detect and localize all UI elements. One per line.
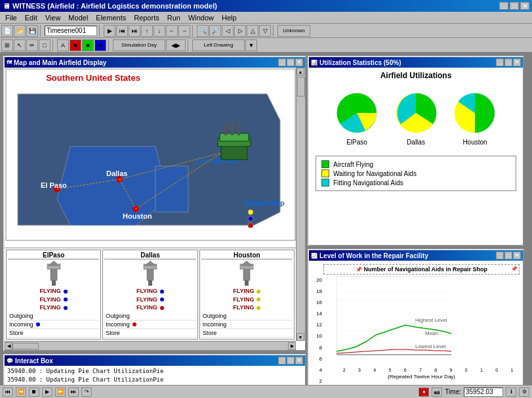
map-vscroll-up[interactable]: ▲ — [297, 68, 304, 76]
map-vscroll-thumb[interactable] — [297, 77, 305, 97]
map-hscroll-right[interactable]: ▶ — [288, 342, 296, 350]
grid-btn[interactable]: ⊞ — [1, 39, 13, 51]
status-info-btn2[interactable]: ⚙ — [519, 387, 529, 397]
map-minimize-btn[interactable]: _ — [278, 58, 286, 66]
status-info-btn1[interactable]: ℹ — [506, 387, 516, 397]
interact-icon: 💬 — [7, 358, 13, 364]
x-label: 0 — [465, 368, 468, 372]
level-close-btn[interactable]: ✕ — [513, 252, 521, 259]
tb-icon-7[interactable]: → — [178, 25, 190, 37]
map-vscroll[interactable]: ▲ ▼ — [296, 68, 305, 341]
pen-btn[interactable]: ✏ — [26, 39, 38, 51]
open-btn[interactable]: 📂 — [14, 25, 26, 37]
interact-log[interactable]: 35940.00 : Updating Pie Chart Utilizatio… — [5, 366, 305, 385]
map-hscroll[interactable]: ◀ ▶ — [5, 341, 296, 350]
util-minimize-btn[interactable]: _ — [496, 58, 504, 66]
map-hscroll-track — [12, 343, 288, 349]
menu-item-run[interactable]: Run — [163, 13, 184, 22]
util-maximize-btn[interactable]: □ — [504, 58, 512, 66]
drawing-arrow-btn[interactable]: ▼ — [245, 39, 257, 51]
status-stop-btn[interactable]: ⏹ — [29, 387, 39, 397]
svg-rect-10 — [220, 133, 249, 141]
flying-dot-1 — [160, 298, 164, 301]
map-hscroll-left[interactable]: ◀ — [5, 342, 12, 350]
menu-item-model[interactable]: Model — [64, 13, 92, 22]
interact-close-btn[interactable]: ✕ — [295, 357, 303, 365]
interact-window: 💬 Interact Box _ □ ✕ 35940.00 : Updating… — [3, 354, 306, 385]
arrow-r-btn[interactable]: ▷ — [234, 25, 246, 37]
interact-maximize-btn[interactable]: □ — [287, 357, 295, 365]
toolbar-1: 📄 📂 💾 Timeserie001 ▶ ⏮ ⏭ ↑ ↓ ← → 🔍 🔎 ◁ ▷… — [0, 24, 532, 38]
search2-btn[interactable]: 🔎 — [209, 25, 221, 37]
tb-icon-4[interactable]: ↑ — [141, 25, 153, 37]
util-title-bar[interactable]: 📊 Utilization Statistics (50%) _ □ ✕ — [309, 57, 523, 68]
pie-elpaso-label: ElPaso — [346, 139, 367, 146]
flying-row-0: FLYING — [104, 287, 195, 296]
box-btn[interactable]: □ — [39, 39, 51, 51]
tb-icon-2[interactable]: ⏮ — [116, 25, 128, 37]
status-cam-btn[interactable]: 📷 — [432, 387, 442, 397]
menu-item-help[interactable]: Help — [218, 13, 241, 22]
util-chart-title: Airfield Utilizations — [309, 68, 523, 83]
status-rec-btn[interactable]: ● — [419, 387, 429, 397]
arrow-u-btn[interactable]: △ — [247, 25, 258, 37]
map-title-bar[interactable]: 🗺 Map and Main Airfield Display _ □ ✕ — [5, 57, 305, 68]
color3-btn[interactable]: ■ — [94, 39, 106, 51]
svg-point-17 — [248, 223, 253, 228]
minimize-btn[interactable]: _ — [499, 2, 508, 10]
level-minimize-btn[interactable]: _ — [496, 252, 504, 259]
arrow-l-btn[interactable]: ◁ — [222, 25, 234, 37]
menu-item-file[interactable]: File — [1, 13, 21, 22]
util-close-btn[interactable]: ✕ — [513, 58, 521, 66]
level-title-bar[interactable]: 📈 Level of Work in the Repair Facility _… — [309, 250, 523, 261]
status-fwd-btn[interactable]: ⏭ — [68, 387, 79, 397]
time-value[interactable]: 35952.03 — [464, 387, 503, 397]
tb-icon-3[interactable]: ⏭ — [129, 25, 140, 37]
map-hscroll-thumb[interactable] — [12, 343, 39, 349]
unknown-label: Unknown — [277, 25, 310, 37]
color2-btn[interactable]: ■ — [82, 39, 94, 51]
sim-val-btn[interactable]: ◀▶ — [166, 39, 186, 51]
tb-icon-6[interactable]: ← — [166, 25, 178, 37]
interact-title-bar[interactable]: 💬 Interact Box _ □ ✕ — [5, 355, 305, 366]
maximize-btn[interactable]: □ — [510, 2, 519, 10]
tb-icon-1[interactable]: ▶ — [104, 25, 115, 37]
interact-minimize-btn[interactable]: _ — [278, 357, 286, 365]
cursor-btn[interactable]: ↖ — [14, 39, 26, 51]
legend-flying-box — [321, 160, 329, 168]
menu-item-window[interactable]: Window — [184, 13, 218, 22]
menu-item-view[interactable]: View — [41, 13, 65, 22]
level-maximize-btn[interactable]: □ — [504, 252, 512, 259]
sim-day-btn[interactable]: Simulation Day — [113, 39, 165, 51]
menu-item-reports[interactable]: Reports — [130, 13, 163, 22]
status-back-btn[interactable]: ⏮ — [3, 387, 13, 397]
repeated-label: (Repeated Twelve Hour Day) — [323, 374, 520, 380]
map-vscroll-down[interactable]: ▼ — [297, 333, 304, 341]
svg-marker-28 — [144, 261, 157, 266]
menu-item-edit[interactable]: Edit — [21, 13, 41, 22]
y-label: 12 — [309, 322, 322, 328]
menu-bar: FileEditViewModelElementsReportsRunWindo… — [0, 12, 532, 24]
timeseries-input[interactable]: Timeserie001 — [45, 26, 97, 36]
drawing-btn[interactable]: Left Drawing — [192, 39, 245, 51]
new-btn[interactable]: 📄 — [1, 25, 13, 37]
map-close-btn[interactable]: ✕ — [295, 58, 303, 66]
search-btn[interactable]: 🔍 — [197, 25, 209, 37]
tb-icon-5[interactable]: ↓ — [153, 25, 165, 37]
color1-btn[interactable]: ■ — [70, 39, 81, 51]
status-step-btn[interactable]: ↷ — [81, 387, 92, 397]
A-btn[interactable]: A — [57, 39, 69, 51]
close-btn[interactable]: ✕ — [520, 2, 529, 10]
arrow-d-btn[interactable]: ▽ — [259, 25, 271, 37]
map-maximize-btn[interactable]: □ — [287, 58, 295, 66]
save-btn[interactable]: 💾 — [26, 25, 38, 37]
status-next-btn[interactable]: ⏩ — [55, 387, 66, 397]
legend-waiting-label: Waiting for Navigational Aids — [333, 170, 417, 177]
flying-dot-2 — [160, 306, 164, 310]
menu-item-elements[interactable]: Elements — [92, 13, 130, 22]
svg-marker-32 — [240, 261, 253, 266]
status-play-btn[interactable]: ▶ — [42, 387, 52, 397]
flying-dot-0 — [256, 290, 260, 294]
toolbar-2: ⊞ ↖ ✏ □ A ■ ■ ■ Simulation Day ◀▶ Left D… — [0, 38, 532, 53]
status-prev-btn[interactable]: ⏪ — [16, 387, 26, 397]
